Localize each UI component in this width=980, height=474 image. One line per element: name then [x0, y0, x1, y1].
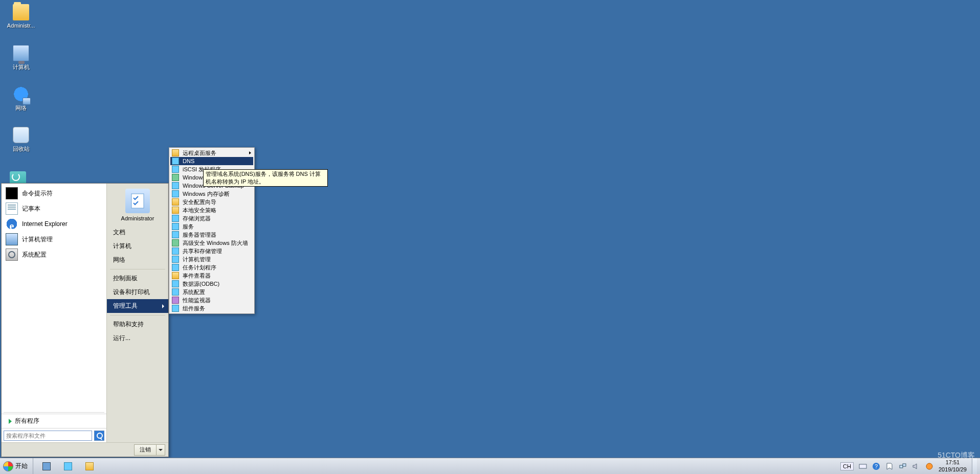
chevron-down-icon — [159, 449, 163, 451]
start-item-label: 计算机管理 — [22, 235, 53, 244]
svg-rect-0 — [131, 194, 144, 208]
right-item-computer[interactable]: 计算机 — [107, 239, 168, 253]
menu-item-label: 计算机管理 — [183, 256, 211, 263]
right-item-label: 设备和打印机 — [113, 288, 150, 297]
right-item-devices-printers[interactable]: 设备和打印机 — [107, 285, 168, 299]
right-item-label: 计算机 — [113, 242, 131, 251]
start-item-msconfig[interactable]: 系统配置 — [2, 247, 106, 262]
powershell-icon — [64, 462, 72, 470]
windows-orb-icon — [3, 461, 13, 471]
start-button[interactable]: 开始 — [0, 458, 33, 475]
icon-label: 计算机 — [3, 63, 39, 71]
icon-label: Administr... — [3, 22, 39, 29]
taskbar-clock[interactable]: 17:51 2019/10/29 — [939, 459, 967, 472]
admin-tool-services[interactable]: 服务 — [170, 222, 253, 231]
logoff-button[interactable]: 注销 — [134, 444, 157, 456]
scw-icon — [171, 198, 180, 206]
taskbar-pinned-apps — [33, 458, 103, 474]
admin-tool-eventvwr[interactable]: 事件查看器 — [170, 272, 253, 280]
network-tray-icon[interactable] — [899, 462, 907, 470]
admin-tool-odbc[interactable]: 数据源(ODBC) — [170, 280, 253, 288]
start-item-label: Internet Explorer — [22, 220, 68, 228]
admin-tool-compmgmt[interactable]: 计算机管理 — [170, 255, 253, 263]
menu-item-label: 事件查看器 — [183, 272, 211, 280]
separator — [110, 269, 165, 269]
separator — [110, 315, 165, 315]
admin-tool-memdiag[interactable]: Windows 内存诊断 — [170, 190, 253, 198]
start-search-row — [2, 428, 106, 442]
wfadv-icon — [171, 239, 180, 247]
odbc-icon — [171, 280, 180, 288]
start-item-notepad[interactable]: 记事本 — [2, 201, 106, 216]
compmgmt-icon — [171, 255, 180, 263]
right-item-help[interactable]: 帮助和支持 — [107, 318, 168, 331]
right-item-run[interactable]: 运行... — [107, 331, 168, 345]
services-icon — [171, 222, 180, 231]
taskbar-app-powershell[interactable] — [58, 460, 78, 473]
system-tray: CH ? 17:51 2019/10/29 — [837, 458, 980, 474]
separator — [4, 412, 104, 413]
admin-tool-perfmon[interactable]: 性能监视器 — [170, 296, 253, 304]
taskbar-app-explorer[interactable] — [79, 460, 100, 473]
search-input[interactable] — [4, 431, 92, 441]
start-item-compmgmt[interactable]: 计算机管理 — [2, 232, 106, 247]
admin-tool-scw[interactable]: 安全配置向导 — [170, 198, 253, 206]
action-center-icon[interactable] — [885, 462, 894, 470]
svg-rect-4 — [900, 465, 903, 468]
username-label: Administrator — [107, 215, 168, 221]
admin-tool-comsvcs[interactable]: 组件服务 — [170, 304, 253, 312]
admin-tool-dns[interactable]: DNS — [170, 157, 253, 165]
search-icon[interactable] — [94, 431, 104, 441]
start-menu: 命令提示符记事本Internet Explorer计算机管理系统配置 所有程序 … — [1, 183, 169, 457]
svg-text:?: ? — [875, 463, 878, 469]
menu-item-label: 系统配置 — [183, 288, 205, 296]
desktop-icon-network[interactable]: 网络 — [3, 86, 39, 112]
start-item-label: 系统配置 — [22, 251, 47, 259]
menu-item-label: 数据源(ODBC) — [183, 280, 219, 288]
comsvcs-icon — [171, 304, 180, 312]
admin-tool-msconfig[interactable]: 系统配置 — [170, 288, 253, 296]
admin-tool-secpol[interactable]: 本地安全策略 — [170, 206, 253, 214]
desktop-icon-recycle-bin[interactable]: 回收站 — [3, 127, 39, 153]
right-item-admin-tools[interactable]: 管理工具 — [107, 299, 168, 313]
iscsi-icon — [171, 165, 180, 173]
desktop-icon-computer[interactable]: 计算机 — [3, 45, 39, 71]
wsb-icon — [171, 182, 180, 190]
watermark: 51CTO博客 — [938, 451, 975, 460]
admin-tool-rds[interactable]: 远程桌面服务 — [170, 149, 253, 157]
help-icon[interactable]: ? — [872, 462, 880, 470]
taskbar-app-server-manager[interactable] — [36, 460, 57, 473]
admin-tool-wfadv[interactable]: 高级安全 Windows 防火墙 — [170, 239, 253, 247]
menu-item-label: 安全配置向导 — [183, 198, 216, 206]
start-item-cmd[interactable]: 命令提示符 — [2, 186, 106, 201]
start-item-ie[interactable]: Internet Explorer — [2, 216, 106, 232]
tray-extra-icon[interactable] — [925, 462, 933, 470]
start-label: 开始 — [15, 462, 28, 470]
language-indicator[interactable]: CH — [840, 462, 854, 470]
right-item-network[interactable]: 网络 — [107, 253, 168, 267]
right-item-documents[interactable]: 文档 — [107, 225, 168, 239]
keyboard-icon[interactable] — [859, 462, 867, 470]
menu-item-label: 任务计划程序 — [183, 264, 216, 272]
admin-tool-sharestor[interactable]: 共享和存储管理 — [170, 247, 253, 255]
admin-tool-storexpl[interactable]: 存储浏览器 — [170, 214, 253, 222]
right-item-label: 控制面板 — [113, 274, 138, 283]
menu-item-label: Windows 内存诊断 — [183, 190, 230, 198]
volume-icon[interactable] — [912, 462, 920, 470]
admin-tool-servermgr[interactable]: 服务器管理器 — [170, 231, 253, 239]
sharestor-icon — [171, 247, 180, 255]
logoff-dropdown[interactable] — [157, 444, 165, 456]
menu-item-label: 性能监视器 — [183, 297, 211, 304]
right-item-control-panel[interactable]: 控制面板 — [107, 272, 168, 285]
right-item-label: 文档 — [113, 228, 125, 237]
server-manager-icon — [42, 462, 51, 470]
secpol-icon — [171, 206, 180, 214]
clock-date: 2019/10/29 — [939, 466, 967, 473]
clock-time: 17:51 — [939, 459, 967, 466]
all-programs[interactable]: 所有程序 — [2, 414, 106, 428]
admin-tool-tasksched[interactable]: 任务计划程序 — [170, 263, 253, 272]
show-desktop-button[interactable] — [972, 458, 977, 475]
perfmon-icon — [171, 296, 180, 304]
icon-label: 网络 — [3, 104, 39, 112]
desktop-icon-administrator[interactable]: Administr... — [3, 4, 39, 29]
